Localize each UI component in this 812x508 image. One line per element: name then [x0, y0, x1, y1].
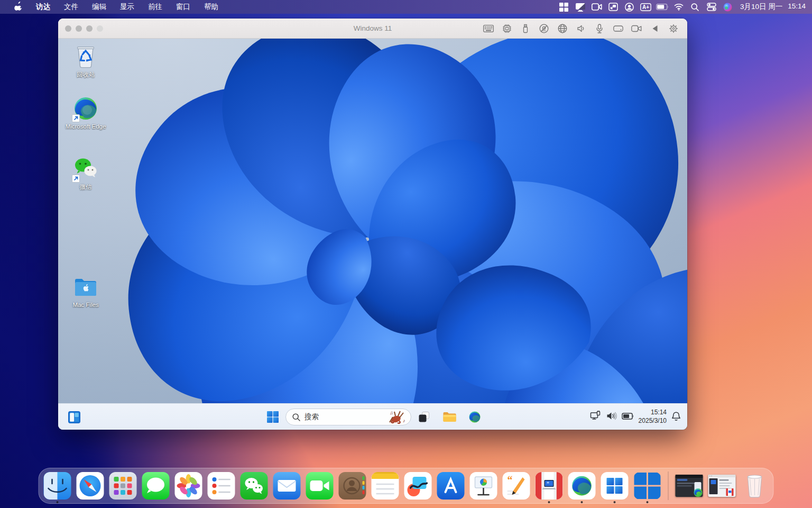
- shortcut-arrow-icon: [72, 114, 80, 122]
- dock-item-freeform[interactable]: [404, 472, 432, 500]
- dock-item-contacts[interactable]: [339, 472, 366, 500]
- dock-item-launchpad[interactable]: [109, 472, 137, 500]
- dock-item-app-store[interactable]: [437, 472, 465, 500]
- minimize-button[interactable]: [76, 25, 82, 32]
- dock-item-reminders[interactable]: [208, 472, 235, 500]
- edge-taskbar-button[interactable]: [466, 409, 483, 425]
- siri-icon[interactable]: [722, 2, 734, 12]
- play-icon[interactable]: [650, 23, 660, 34]
- mail-icon: [273, 472, 301, 500]
- windows-start-icon: [266, 411, 279, 423]
- task-view-button[interactable]: [416, 409, 432, 425]
- svg-text:♪: ♪: [403, 418, 405, 423]
- a-plus-badge-icon[interactable]: A+: [640, 2, 652, 12]
- screen-control-icon[interactable]: [607, 2, 620, 12]
- widgets-button[interactable]: [66, 409, 82, 425]
- notification-bell-icon[interactable]: [671, 411, 681, 423]
- dock-item-photos[interactable]: [175, 472, 202, 500]
- zoom-button[interactable]: [86, 25, 93, 32]
- volume-icon[interactable]: [606, 412, 617, 422]
- dock-item-facetime[interactable]: [306, 472, 334, 500]
- display-sharing-icon[interactable]: [574, 2, 587, 12]
- dock-item-wechat[interactable]: [241, 472, 268, 500]
- search-box[interactable]: 搜索 ♫♪: [285, 409, 411, 425]
- battery-icon[interactable]: [622, 412, 634, 422]
- parallels-control-center-window-thumbnail: [708, 475, 736, 497]
- dock-item-messages[interactable]: [142, 472, 170, 500]
- menu-go[interactable]: 前往: [141, 0, 169, 14]
- microphone-icon[interactable]: [594, 23, 605, 34]
- desktop-icon-edge[interactable]: Microsoft Edge: [62, 96, 109, 130]
- wechat-icon: [73, 156, 98, 182]
- desktop-icon-recycle-bin[interactable]: 回收站: [62, 44, 109, 78]
- dock-minimized-edge-window[interactable]: [676, 472, 703, 500]
- menu-view[interactable]: 显示: [113, 0, 141, 14]
- apple-menu[interactable]: [7, 0, 29, 14]
- search-icon[interactable]: [689, 2, 702, 12]
- settings-gear-icon[interactable]: [668, 23, 679, 34]
- volume-icon[interactable]: [576, 23, 586, 34]
- edge-icon: [73, 96, 98, 121]
- taskbar-clock[interactable]: 15:14 2025/3/10: [639, 409, 667, 425]
- wechat-icon: [241, 472, 268, 500]
- messages-icon: [142, 472, 170, 500]
- dock-item-safari[interactable]: [77, 472, 104, 500]
- dock-minimized-parallels-window[interactable]: [708, 472, 736, 500]
- menu-time: 15:14: [788, 2, 806, 12]
- file-explorer-icon: [442, 411, 456, 423]
- keynote-icon: [470, 472, 497, 500]
- keyboard-icon[interactable]: [483, 23, 494, 34]
- hard-disk-icon[interactable]: [613, 23, 623, 34]
- running-indicator: [57, 501, 59, 503]
- dock-item-parallels[interactable]: [536, 472, 563, 500]
- taskbar-time: 15:14: [639, 409, 667, 417]
- menu-window[interactable]: 窗口: [169, 0, 197, 14]
- reminders-icon: [208, 472, 235, 500]
- globe-icon[interactable]: [557, 23, 568, 34]
- vm-window: Windows 11: [58, 19, 687, 430]
- windows-11-app-icon: [601, 472, 629, 500]
- dock-item-edge[interactable]: [568, 472, 596, 500]
- edge-browser-window-thumbnail: [676, 475, 703, 497]
- wifi-icon[interactable]: [672, 2, 685, 12]
- menu-file-label: 文件: [64, 2, 78, 12]
- cpu-icon[interactable]: [502, 23, 512, 34]
- menu-file[interactable]: 文件: [57, 0, 85, 14]
- desktop-icon-wechat[interactable]: 微信: [62, 156, 109, 190]
- dock-item-windows11-vm[interactable]: [634, 472, 661, 500]
- close-button[interactable]: [65, 25, 71, 32]
- dock-item-notes[interactable]: [372, 472, 399, 500]
- start-button[interactable]: [264, 409, 281, 425]
- menu-help[interactable]: 帮助: [197, 0, 225, 14]
- vm-toolbar: [483, 23, 687, 34]
- desktop-icon-mac-files[interactable]: Mac Files: [62, 274, 109, 309]
- desktop-icon-label: 回收站: [62, 71, 109, 78]
- menu-edit[interactable]: 编辑: [85, 0, 113, 14]
- parallels-windows-icon[interactable]: [558, 2, 570, 12]
- dock-item-mail[interactable]: [273, 472, 301, 500]
- video-camera-icon[interactable]: [631, 23, 642, 34]
- dock-item-pages[interactable]: “: [503, 472, 530, 500]
- battery-icon[interactable]: [656, 2, 669, 12]
- menu-clock[interactable]: 3月10日 周一 15:14: [740, 2, 806, 12]
- taskbar-date: 2025/3/10: [639, 417, 667, 425]
- user-account-icon[interactable]: [623, 2, 636, 12]
- video-camera-icon[interactable]: [590, 2, 603, 12]
- notes-icon: [372, 472, 399, 500]
- usb-icon[interactable]: [520, 23, 531, 34]
- camera-off-icon[interactable]: [539, 23, 549, 34]
- dock-item-finder[interactable]: [44, 472, 71, 500]
- coherence-button[interactable]: [97, 25, 103, 32]
- control-center-icon[interactable]: [705, 2, 718, 12]
- ethernet-icon[interactable]: [590, 411, 602, 423]
- dock-item-windows11-app[interactable]: [601, 472, 629, 500]
- windows-desktop[interactable]: 回收站 Microsoft Edge 微信 Mac Files: [58, 39, 687, 430]
- traffic-lights: [58, 25, 103, 32]
- running-indicator: [548, 501, 550, 503]
- search-placeholder: 搜索: [304, 412, 381, 422]
- dock-item-keynote[interactable]: [470, 472, 497, 500]
- menu-finder[interactable]: 访达: [29, 0, 57, 14]
- vm-titlebar[interactable]: Windows 11: [58, 19, 687, 39]
- dock-item-trash[interactable]: [741, 472, 769, 500]
- file-explorer-button[interactable]: [441, 409, 458, 425]
